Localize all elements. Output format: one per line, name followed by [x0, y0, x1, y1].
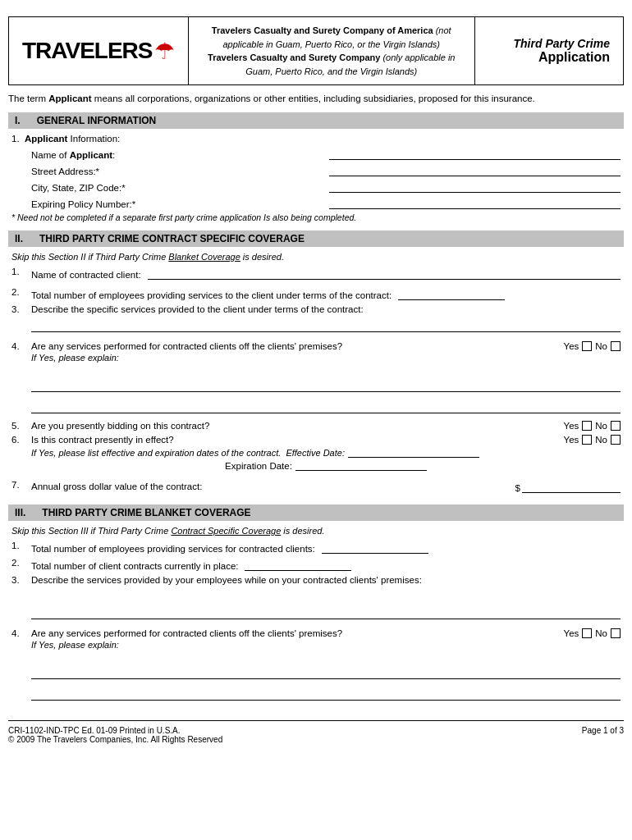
s2-item5-row: Are you presently bidding on this contra…: [31, 421, 621, 431]
s2-item5: 5. Are you presently bidding on this con…: [11, 421, 621, 431]
s2-item5-yesno: Yes No: [530, 421, 621, 431]
s3-item3-label: Describe the services provided by your e…: [31, 575, 621, 585]
logo-text: TRAVELERS: [22, 38, 153, 64]
s2-item7-dollar: $: [515, 480, 621, 493]
s3-item3-field1[interactable]: [31, 606, 621, 619]
s3-item3-fields: [31, 590, 621, 619]
section2-body: Skip this Section II if Third Party Crim…: [8, 252, 624, 496]
s2-item5-label: Are you presently bidding on this contra…: [31, 421, 530, 431]
s2-effective-field[interactable]: [348, 446, 479, 458]
s2-item1-label: Name of contracted client:: [31, 270, 141, 280]
s2-item4-ifyes: If Yes, please explain:: [31, 353, 530, 363]
yes-label-4: Yes: [564, 341, 579, 351]
s2-item6-no-checkbox[interactable]: [611, 435, 621, 445]
section2-roman: II.: [15, 233, 23, 244]
s2-item4-yes-checkbox[interactable]: [582, 341, 592, 351]
header-box: TRAVELERS ☂ Travelers Casualty and Suret…: [8, 16, 624, 85]
s2-item1-row: Name of contracted client:: [31, 267, 621, 280]
section2-header: II. THIRD PARTY CRIME CONTRACT SPECIFIC …: [8, 231, 624, 247]
header-company: Travelers Casualty and Surety Company of…: [188, 17, 476, 84]
s3-item2: 2. Total number of client contracts curr…: [11, 558, 621, 571]
s2-item3-label: Describe the specific services provided …: [31, 304, 621, 314]
s3-item2-row: Total number of client contracts current…: [31, 558, 621, 571]
s2-item4-explain-lines: [31, 379, 621, 413]
city-state-field[interactable]: [329, 180, 621, 193]
s2-item4-yesno: Yes No: [530, 341, 621, 351]
footer-left-line2: © 2009 The Travelers Companies, Inc. All…: [8, 735, 222, 744]
expiration-label: Expiration Date:: [225, 461, 292, 471]
s2-item4-field2[interactable]: [31, 400, 621, 413]
s2-item6-label: Is this contract presently in effect?: [31, 435, 530, 445]
intro-paragraph: The term Applicant means all corporation…: [8, 92, 624, 106]
s2-expiration-field[interactable]: [295, 458, 427, 471]
s3-item4-yesno: Yes No: [530, 628, 621, 638]
s2-item3-field1[interactable]: [31, 319, 621, 332]
s2-item6: 6. Is this contract presently in effect?…: [11, 435, 621, 476]
footer-left-line1: CRI-1102-IND-TPC Ed. 01-09 Printed in U.…: [8, 726, 222, 735]
company1: Travelers Casualty and Surety Company of…: [202, 24, 462, 51]
s2-item1-field[interactable]: [148, 267, 621, 280]
s3-item4-yes-checkbox[interactable]: [582, 628, 592, 638]
no-label-s3-4: No: [595, 628, 607, 638]
policy-number-row: Expiring Policy Number:*: [11, 196, 621, 209]
section1-roman: I.: [15, 115, 21, 126]
s3-item4-no-checkbox[interactable]: [611, 628, 621, 638]
no-label-5: No: [595, 421, 607, 431]
city-state-label: City, State, ZIP Code:*: [31, 183, 329, 193]
name-applicant-label: Name of Applicant:: [31, 150, 329, 160]
policy-number-label: Expiring Policy Number:*: [31, 199, 329, 209]
section3-roman: III.: [15, 507, 25, 518]
name-applicant-row: Name of Applicant:: [11, 147, 621, 160]
yes-label-s3-4: Yes: [564, 628, 579, 638]
section1-header: I. GENERAL INFORMATION: [8, 112, 624, 129]
page: TRAVELERS ☂ Travelers Casualty and Suret…: [8, 0, 624, 760]
s2-item6-yes-checkbox[interactable]: [582, 435, 592, 445]
section1-body: 1. Applicant Information: Name of Applic…: [8, 134, 624, 222]
s3-item4-field2[interactable]: [31, 687, 621, 701]
header-title: Third Party Crime Application: [475, 17, 623, 84]
section3-title: THIRD PARTY CRIME BLANKET COVERAGE: [42, 507, 250, 518]
policy-number-field[interactable]: [329, 196, 621, 209]
s2-item6-sub: If Yes, please list effective and expira…: [31, 446, 530, 458]
dollar-sign: $: [515, 483, 520, 493]
yes-label-6: Yes: [564, 435, 579, 445]
s3-item4-label: Are any services performed for contracte…: [31, 628, 530, 638]
s3-item2-label: Total number of client contracts current…: [31, 561, 238, 571]
s2-item4-field1[interactable]: [31, 379, 621, 392]
page-footer: CRI-1102-IND-TPC Ed. 01-09 Printed in U.…: [8, 720, 624, 744]
s2-item5-no-checkbox[interactable]: [611, 421, 621, 431]
s3-item1-field[interactable]: [322, 541, 428, 554]
s2-item3-fields: [31, 319, 621, 332]
s2-item2-field[interactable]: [398, 287, 505, 300]
s2-item4-no-checkbox[interactable]: [611, 341, 621, 351]
section1-title: GENERAL INFORMATION: [37, 115, 157, 126]
umbrella-icon: ☂: [154, 38, 175, 65]
s3-item1-row: Total number of employees providing serv…: [31, 541, 621, 554]
s2-item7-label: Annual gross dollar value of the contrac…: [31, 482, 515, 491]
s3-item2-field[interactable]: [245, 558, 351, 571]
street-address-field[interactable]: [329, 163, 621, 176]
section1-item1: 1. Applicant Information:: [11, 134, 621, 144]
title-line2: Application: [538, 50, 610, 65]
s2-item2: 2. Total number of employees providing s…: [11, 287, 621, 300]
s3-item4: 4. Are any services performed for contra…: [11, 628, 621, 704]
s3-item4-ifyes: If Yes, please explain:: [31, 640, 530, 650]
name-applicant-field[interactable]: [329, 147, 621, 160]
s2-item4: 4. Are any services performed for contra…: [11, 341, 621, 417]
s3-item4-row: Are any services performed for contracte…: [31, 628, 621, 650]
s2-item7: 7. Annual gross dollar value of the cont…: [11, 480, 621, 496]
footer-left: CRI-1102-IND-TPC Ed. 01-09 Printed in U.…: [8, 726, 222, 744]
header-logo: TRAVELERS ☂: [9, 17, 188, 84]
s3-item1: 1. Total number of employees providing s…: [11, 541, 621, 554]
no-label-4: No: [595, 341, 607, 351]
section3-header: III. THIRD PARTY CRIME BLANKET COVERAGE: [8, 504, 624, 521]
s3-item1-label: Total number of employees providing serv…: [31, 544, 315, 554]
s2-item2-row: Total number of employees providing serv…: [31, 287, 621, 300]
section2-title: THIRD PARTY CRIME CONTRACT SPECIFIC COVE…: [39, 233, 305, 244]
section3-skip: Skip this Section III if Third Party Cri…: [11, 526, 621, 536]
s2-item5-yes-checkbox[interactable]: [582, 421, 592, 431]
s2-item1: 1. Name of contracted client:: [11, 267, 621, 283]
s2-item7-field[interactable]: [522, 480, 621, 493]
city-state-row: City, State, ZIP Code:*: [11, 180, 621, 193]
s3-item4-field1[interactable]: [31, 666, 621, 679]
